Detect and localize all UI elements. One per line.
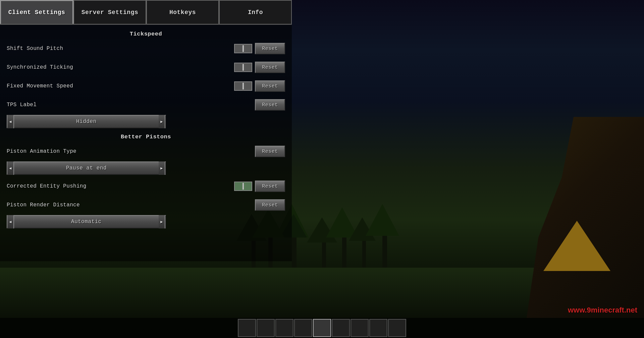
piston-animation-selector-row: ◀ Pause at end ▶ bbox=[5, 161, 286, 176]
inventory-slot-8[interactable] bbox=[388, 319, 406, 337]
tab-info[interactable]: Info bbox=[219, 0, 292, 24]
settings-content: Tickspeed Shift Sound Pitch Reset Synchr… bbox=[0, 25, 292, 233]
inventory-slot-5[interactable] bbox=[332, 319, 350, 337]
fixed-movement-speed-reset[interactable]: Reset bbox=[255, 80, 285, 92]
tab-server-settings[interactable]: Server Settings bbox=[73, 0, 146, 24]
setting-shift-sound-pitch: Shift Sound Pitch Reset bbox=[5, 39, 286, 58]
piston-animation-type-label: Piston Animation Type bbox=[7, 148, 255, 154]
corrected-entity-pushing-controls: Reset bbox=[234, 181, 285, 192]
fixed-movement-speed-label: Fixed Movement Speed bbox=[7, 83, 234, 89]
fixed-movement-speed-controls: Reset bbox=[234, 80, 285, 92]
setting-piston-render-distance: Piston Render Distance Reset bbox=[5, 196, 286, 214]
inventory-slot-1[interactable] bbox=[257, 319, 275, 337]
piston-animation-type-reset[interactable]: Reset bbox=[255, 146, 285, 157]
svg-rect-10 bbox=[382, 232, 387, 268]
synchronized-ticking-label: Synchronized Ticking bbox=[7, 64, 234, 70]
tps-label-selector[interactable]: ◀ Hidden ▶ bbox=[7, 115, 166, 128]
corrected-entity-pushing-toggle[interactable] bbox=[234, 182, 252, 191]
setting-fixed-movement-speed: Fixed Movement Speed Reset bbox=[5, 77, 286, 95]
setting-piston-animation-type: Piston Animation Type Reset bbox=[5, 142, 286, 161]
piston-render-distance-controls: Reset bbox=[255, 199, 285, 211]
tps-label-label: TPS Label bbox=[7, 102, 255, 108]
inventory-bar bbox=[0, 318, 644, 338]
setting-tps-label: TPS Label Reset bbox=[5, 95, 286, 114]
inventory-slot-2[interactable] bbox=[275, 319, 293, 337]
section-tickspeed-header: Tickspeed bbox=[5, 27, 286, 39]
shift-sound-pitch-reset[interactable]: Reset bbox=[255, 43, 285, 54]
svg-rect-4 bbox=[322, 241, 326, 268]
setting-synchronized-ticking: Synchronized Ticking Reset bbox=[5, 58, 286, 77]
piston-render-arrow-left[interactable]: ◀ bbox=[7, 215, 14, 228]
inventory-slot-7[interactable] bbox=[369, 319, 387, 337]
inventory-slot-4[interactable] bbox=[313, 319, 331, 337]
tps-label-selector-row: ◀ Hidden ▶ bbox=[5, 114, 286, 129]
piston-render-selector-row: ◀ Automatic ▶ bbox=[5, 214, 286, 229]
piston-animation-arrow-right[interactable]: ▶ bbox=[159, 161, 165, 175]
corrected-entity-pushing-label: Corrected Entity Pushing bbox=[7, 183, 234, 189]
svg-rect-1 bbox=[292, 234, 297, 268]
piston-render-value: Automatic bbox=[14, 219, 159, 225]
inventory-slot-0[interactable] bbox=[238, 319, 256, 337]
watermark: www.9minecraft.net bbox=[568, 306, 637, 315]
tps-label-controls: Reset bbox=[255, 99, 285, 111]
tab-hotkeys[interactable]: Hotkeys bbox=[146, 0, 219, 24]
tab-bar: Client Settings Server Settings Hotkeys … bbox=[0, 0, 292, 25]
tps-label-arrow-left[interactable]: ◀ bbox=[7, 115, 14, 128]
fixed-movement-speed-toggle[interactable] bbox=[234, 81, 252, 91]
piston-animation-type-controls: Reset bbox=[255, 146, 285, 157]
inventory-slot-3[interactable] bbox=[294, 319, 312, 337]
corrected-entity-pushing-reset[interactable]: Reset bbox=[255, 181, 285, 192]
piston-render-selector[interactable]: ◀ Automatic ▶ bbox=[7, 215, 166, 228]
setting-corrected-entity-pushing: Corrected Entity Pushing Reset bbox=[5, 177, 286, 196]
svg-marker-11 bbox=[366, 204, 399, 236]
synchronized-ticking-controls: Reset bbox=[234, 62, 285, 73]
shift-sound-pitch-controls: Reset bbox=[234, 43, 285, 54]
settings-panel: Client Settings Server Settings Hotkeys … bbox=[0, 0, 292, 261]
inventory-slot-6[interactable] bbox=[351, 319, 369, 337]
piston-render-distance-reset[interactable]: Reset bbox=[255, 199, 285, 211]
shift-sound-pitch-toggle[interactable] bbox=[234, 44, 252, 53]
tps-label-value: Hidden bbox=[14, 119, 159, 125]
piston-animation-selector[interactable]: ◀ Pause at end ▶ bbox=[7, 161, 166, 175]
synchronized-ticking-reset[interactable]: Reset bbox=[255, 62, 285, 73]
shift-sound-pitch-label: Shift Sound Pitch bbox=[7, 46, 234, 52]
piston-render-distance-label: Piston Render Distance bbox=[7, 202, 255, 208]
tps-label-reset[interactable]: Reset bbox=[255, 99, 285, 111]
svg-rect-8 bbox=[362, 239, 366, 268]
tab-client-settings[interactable]: Client Settings bbox=[0, 0, 73, 24]
synchronized-ticking-toggle[interactable] bbox=[234, 63, 252, 72]
section-better-pistons-header: Better Pistons bbox=[5, 130, 286, 142]
piston-render-arrow-right[interactable]: ▶ bbox=[159, 215, 165, 228]
piston-animation-value: Pause at end bbox=[14, 165, 159, 171]
tps-label-arrow-right[interactable]: ▶ bbox=[159, 115, 165, 128]
svg-rect-6 bbox=[342, 236, 346, 268]
piston-animation-arrow-left[interactable]: ◀ bbox=[7, 161, 14, 175]
